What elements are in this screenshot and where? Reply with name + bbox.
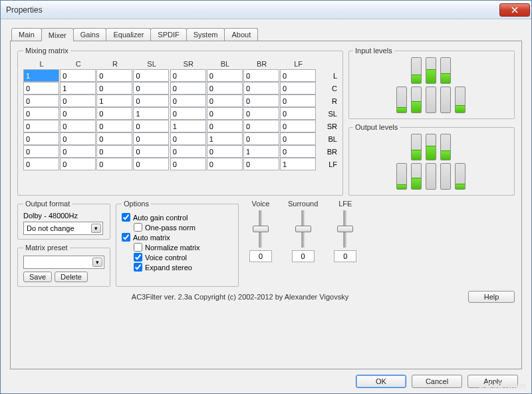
matrix-cell[interactable] (96, 158, 132, 170)
chevron-down-icon: ▾ (91, 224, 101, 233)
matrix-cell[interactable] (243, 95, 279, 107)
voice-slider[interactable] (254, 210, 267, 248)
tab-main[interactable]: Main (11, 28, 42, 41)
matrix-cell[interactable] (170, 95, 206, 107)
tab-mixer[interactable]: Mixer (41, 28, 74, 41)
matrix-cell[interactable] (96, 132, 132, 145)
matrix-cell[interactable] (60, 82, 96, 95)
input-levels-meters (353, 57, 510, 114)
level-meter (411, 57, 422, 84)
help-button[interactable]: Help (468, 291, 515, 303)
matrix-cell[interactable] (243, 158, 279, 170)
tab-system[interactable]: System (186, 28, 225, 41)
matrix-cell[interactable] (60, 95, 96, 107)
matrix-cell[interactable] (207, 69, 243, 82)
matrix-cell[interactable] (133, 95, 169, 107)
titlebar[interactable]: Properties (1, 1, 531, 19)
matrix-cell[interactable] (280, 132, 316, 145)
auto-matrix-checkbox[interactable]: Auto matrix (122, 233, 233, 242)
matrix-cell[interactable] (170, 82, 206, 95)
matrix-cell[interactable] (60, 107, 96, 120)
matrix-cell[interactable] (170, 120, 206, 132)
matrix-cell[interactable] (60, 69, 96, 82)
matrix-preset-combo[interactable]: ▾ (23, 256, 104, 269)
matrix-cell[interactable] (23, 95, 59, 107)
matrix-cell[interactable] (60, 120, 96, 132)
slider-thumb[interactable] (337, 226, 353, 232)
matrix-cell[interactable] (23, 132, 59, 145)
one-pass-checkbox[interactable]: One-pass norm (134, 223, 233, 232)
matrix-cell[interactable] (280, 69, 316, 82)
tab-spdif[interactable]: SPDIF (150, 28, 186, 41)
matrix-cell[interactable] (96, 120, 132, 132)
matrix-cell[interactable] (133, 158, 169, 170)
lfe-slider[interactable] (338, 210, 352, 248)
matrix-cell[interactable] (207, 107, 243, 120)
matrix-cell[interactable] (133, 132, 169, 145)
close-button[interactable] (499, 3, 530, 17)
matrix-cell[interactable] (207, 145, 243, 158)
slider-thumb[interactable] (295, 226, 311, 232)
matrix-cell[interactable] (133, 145, 169, 158)
voice-control-checkbox[interactable]: Voice control (134, 253, 233, 262)
output-format-combo[interactable]: Do not change ▾ (23, 222, 103, 235)
matrix-cell[interactable] (280, 145, 316, 158)
matrix-cell[interactable] (133, 120, 169, 132)
matrix-cell[interactable] (133, 82, 169, 95)
save-button[interactable]: Save (23, 272, 52, 282)
matrix-cell[interactable] (23, 145, 59, 158)
matrix-cell[interactable] (60, 158, 96, 170)
matrix-cell[interactable] (96, 145, 132, 158)
matrix-cell[interactable] (243, 69, 279, 82)
matrix-cell[interactable] (170, 132, 206, 145)
row-R: R (317, 95, 337, 107)
matrix-cell[interactable] (170, 158, 206, 170)
normalize-checkbox[interactable]: Normalize matrix (134, 243, 233, 252)
matrix-cell[interactable] (96, 107, 132, 120)
matrix-cell[interactable] (243, 120, 279, 132)
matrix-cell[interactable] (23, 82, 59, 95)
matrix-cell[interactable] (280, 82, 316, 95)
matrix-cell[interactable] (23, 120, 59, 132)
matrix-cell[interactable] (207, 95, 243, 107)
matrix-cell[interactable] (170, 107, 206, 120)
slider-thumb[interactable] (253, 226, 269, 232)
matrix-cell[interactable] (207, 132, 243, 145)
cancel-button[interactable]: Cancel (412, 375, 462, 388)
auto-gain-checkbox[interactable]: Auto gain control (122, 213, 233, 222)
matrix-cell[interactable] (133, 107, 169, 120)
matrix-cell[interactable] (280, 120, 316, 132)
matrix-cell[interactable] (133, 69, 169, 82)
ok-button[interactable]: OK (356, 375, 406, 388)
matrix-cell[interactable] (96, 95, 132, 107)
matrix-cell[interactable] (280, 107, 316, 120)
surround-slider[interactable] (297, 210, 310, 248)
expand-stereo-checkbox[interactable]: Expand stereo (134, 263, 233, 272)
matrix-cell[interactable] (280, 158, 316, 170)
matrix-cell[interactable] (60, 132, 96, 145)
matrix-cell[interactable] (23, 107, 59, 120)
matrix-cell[interactable] (243, 82, 279, 95)
matrix-cell[interactable] (96, 69, 132, 82)
tab-gains[interactable]: Gains (73, 28, 107, 41)
options-group: Options Auto gain control One-pass norm … (116, 200, 239, 287)
tab-equalizer[interactable]: Equalizer (106, 28, 151, 41)
voice-value-input[interactable] (249, 250, 272, 262)
matrix-cell[interactable] (23, 158, 59, 170)
lfe-value-input[interactable] (334, 250, 356, 262)
matrix-cell[interactable] (23, 69, 59, 82)
matrix-cell[interactable] (243, 145, 279, 158)
matrix-cell[interactable] (96, 82, 132, 95)
matrix-cell[interactable] (243, 132, 279, 145)
matrix-cell[interactable] (60, 145, 96, 158)
matrix-cell[interactable] (170, 69, 206, 82)
matrix-cell[interactable] (207, 120, 243, 132)
matrix-cell[interactable] (243, 107, 279, 120)
matrix-cell[interactable] (207, 82, 243, 95)
matrix-cell[interactable] (280, 95, 316, 107)
matrix-cell[interactable] (207, 158, 243, 170)
surround-value-input[interactable] (292, 250, 315, 262)
matrix-cell[interactable] (170, 145, 206, 158)
delete-button[interactable]: Delete (55, 272, 88, 282)
tab-about[interactable]: About (224, 28, 258, 41)
